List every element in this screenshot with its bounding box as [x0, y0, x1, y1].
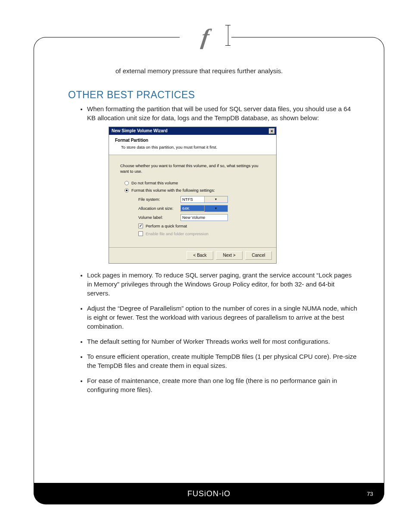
dialog-header-subtitle: To store data on this partition, you mus…	[121, 144, 272, 150]
allocation-unit-select[interactable]: 64K	[181, 205, 228, 212]
section-heading: OTHER BEST PRACTICES	[68, 89, 363, 101]
cancel-button[interactable]: Cancel	[245, 251, 272, 260]
checkbox-label: Perform a quick format	[146, 223, 187, 229]
volume-label-input[interactable]: New Volume	[181, 214, 228, 221]
radio-label: Do not format this volume	[131, 180, 178, 186]
chevron-down-icon	[204, 196, 228, 202]
page-number: 73	[367, 491, 373, 497]
page: f of external memory pressure that requi…	[0, 0, 411, 532]
dialog-footer: < Back Next > Cancel	[109, 247, 276, 263]
checkbox-label: Enable file and folder compression	[146, 231, 209, 236]
next-button[interactable]: Next >	[216, 251, 243, 260]
content-column: of external memory pressure that require…	[68, 60, 363, 400]
radio-option-no-format[interactable]: Do not format this volume	[125, 180, 265, 186]
file-system-row: File system: NTFS	[138, 196, 265, 203]
best-practices-list: When formatting the partition that will …	[78, 104, 363, 394]
dialog-header-title: Format Partition	[115, 137, 272, 143]
radio-icon	[125, 181, 129, 185]
footer-brand: FUSiON‑iO	[187, 489, 230, 498]
volume-label-row: Volume label: New Volume	[138, 214, 265, 221]
radio-icon	[125, 188, 129, 193]
file-system-select[interactable]: NTFS	[181, 196, 228, 203]
radio-option-format[interactable]: Format this volume with the following se…	[125, 187, 265, 193]
quick-format-checkbox[interactable]: Perform a quick format	[138, 223, 265, 229]
list-item: Adjust the “Degree of Parallelism” optio…	[87, 304, 363, 331]
select-value: NTFS	[181, 196, 204, 202]
dialog-body: Choose whether you want to format this v…	[109, 155, 276, 248]
list-item: To ensure efficient operation, create mu…	[87, 352, 363, 370]
header-logo: f	[180, 22, 231, 52]
list-item-text: When formatting the partition that will …	[87, 105, 351, 121]
format-wizard-dialog: New Simple Volume Wizard × Format Partit…	[109, 127, 277, 264]
select-value: 64K	[181, 205, 204, 211]
radio-label: Format this volume with the following se…	[131, 187, 215, 193]
dialog-instruction: Choose whether you want to format this v…	[120, 163, 265, 174]
list-item: When formatting the partition that will …	[87, 104, 363, 264]
dialog-header: Format Partition To store data on this p…	[109, 135, 276, 155]
chevron-down-icon	[204, 205, 228, 212]
dialog-title: New Simple Volume Wizard	[112, 128, 168, 134]
logo-glyph-icon: f	[200, 26, 211, 48]
header-tick-mark	[228, 25, 228, 46]
field-label: Volume label:	[138, 215, 181, 220]
dialog-titlebar: New Simple Volume Wizard ×	[109, 127, 276, 135]
continuation-text: of external memory pressure that require…	[115, 67, 363, 75]
list-item: For ease of maintenance, create more tha…	[87, 376, 363, 394]
checkbox-icon	[138, 224, 143, 228]
page-footer: FUSiON‑iO 73	[34, 483, 384, 504]
back-button[interactable]: < Back	[187, 251, 213, 260]
close-icon[interactable]: ×	[269, 128, 275, 134]
field-label: Allocation unit size:	[138, 205, 181, 211]
checkbox-icon	[138, 231, 143, 236]
list-item: Lock pages in memory. To reduce SQL serv…	[87, 271, 363, 298]
compression-checkbox: Enable file and folder compression	[138, 231, 265, 236]
format-settings: File system: NTFS Allocation unit size: …	[138, 196, 265, 237]
field-label: File system:	[138, 196, 181, 202]
list-item: The default setting for Number of Worker…	[87, 337, 363, 346]
allocation-unit-row: Allocation unit size: 64K	[138, 205, 265, 212]
